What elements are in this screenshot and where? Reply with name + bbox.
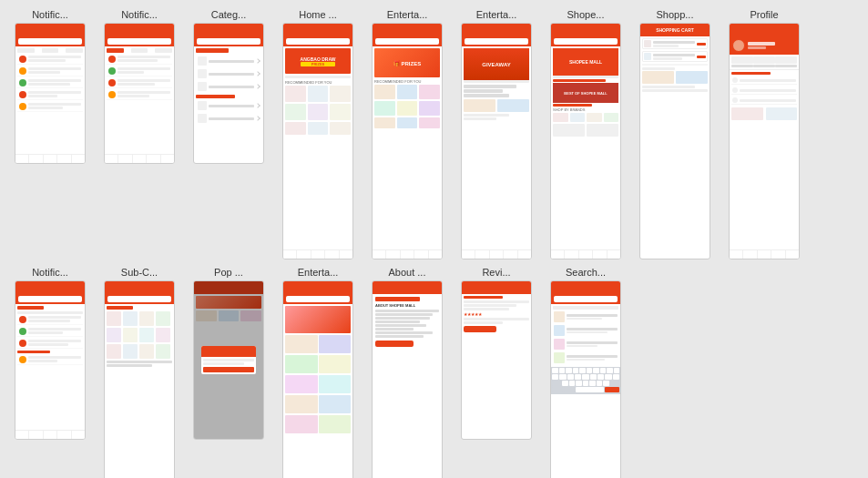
key-x[interactable] [569, 381, 576, 386]
screen-label-shopping-cart: Shopp... [634, 9, 716, 20]
key-shift[interactable] [552, 381, 561, 386]
screen-search: Search... [545, 267, 627, 478]
screen-notif-3: Notific... [9, 267, 91, 440]
key-k[interactable] [605, 374, 611, 380]
key-i[interactable] [600, 368, 607, 373]
key-s[interactable] [559, 374, 566, 380]
key-o[interactable] [607, 368, 613, 373]
giveaway-banner: GIVEAWAY [464, 48, 529, 80]
screen-label-profile: Profile [723, 9, 805, 20]
key-u[interactable] [593, 368, 599, 373]
screen-label-subc: Sub-C... [98, 267, 180, 278]
screen-frame-search[interactable] [550, 280, 621, 478]
key-b[interactable] [589, 381, 596, 386]
key-j[interactable] [597, 374, 604, 380]
key-a[interactable] [552, 374, 558, 380]
key-v[interactable] [583, 381, 589, 386]
key-space[interactable] [576, 387, 605, 392]
screen-label-enterta-1: Enterta... [366, 9, 448, 20]
key-p[interactable] [614, 368, 620, 373]
screen-frame-enterta-2[interactable]: GIVEAWAY [461, 23, 532, 259]
screen-frame-shopping-cart[interactable]: SHOPPING CART [639, 23, 710, 259]
profile-avatar [732, 39, 745, 52]
screen-frame-notif-3[interactable] [15, 280, 86, 440]
key-t[interactable] [579, 368, 586, 373]
key-f[interactable] [575, 374, 581, 380]
key-g[interactable] [582, 374, 588, 380]
key-n[interactable] [597, 381, 603, 386]
angbao-banner: ANGBAO DRAW PRIZES [285, 48, 351, 74]
key-enter[interactable] [605, 387, 619, 392]
screen-frame-shopee-mall-1[interactable]: SHOPEE MALL BEST OF SHOPEE MALL SHOP BY … [550, 23, 621, 259]
popup-box [201, 346, 256, 374]
screen-frame-pop[interactable] [193, 280, 264, 440]
key-lang[interactable] [564, 387, 575, 392]
key-123[interactable] [552, 387, 563, 392]
screen-revi: Revi... ★★★★★ [455, 267, 537, 440]
key-h[interactable] [590, 374, 597, 380]
key-del[interactable] [610, 381, 619, 386]
screen-label-shopee-mall-1: Shope... [545, 9, 627, 20]
screen-enterta-2: Enterta... GIVEAWAY [455, 9, 537, 259]
screen-enterta-1: Enterta... 🎁 PRIZES RECOMMENDED FOR YOU [366, 9, 448, 259]
key-l[interactable] [613, 374, 619, 380]
screen-about: About ... ABOUT SHOPEE MALL [366, 267, 448, 478]
screen-notif-2: Notific... [98, 9, 180, 164]
key-q[interactable] [552, 368, 558, 373]
key-e[interactable] [566, 368, 572, 373]
key-w[interactable] [559, 368, 566, 373]
about-title [375, 297, 420, 301]
screen-subc: Sub-C... [98, 267, 180, 478]
key-c[interactable] [576, 381, 582, 386]
screen-frame-about[interactable]: ABOUT SHOPEE MALL [372, 280, 443, 478]
screen-label-notif-2: Notific... [98, 9, 180, 20]
popup-overlay[interactable] [194, 281, 263, 439]
key-d[interactable] [567, 374, 574, 380]
screen-enterta-3: Enterta... [277, 267, 359, 478]
screen-home: Home ... ANGBAO DRAW PRIZES RECOMMENDED … [277, 9, 359, 259]
screen-frame-notif-2[interactable] [104, 23, 175, 164]
screen-label-notif-3: Notific... [9, 267, 91, 278]
key-m[interactable] [603, 381, 609, 386]
best-of-mall: BEST OF SHOPEE MALL [553, 83, 618, 103]
screen-shopee-mall-1: Shope... SHOPEE MALL BEST OF SHOPEE MALL… [545, 9, 627, 259]
key-y[interactable] [587, 368, 593, 373]
shopee-mall-banner: SHOPEE MALL [553, 48, 618, 76]
screen-frame-enterta-3[interactable] [282, 280, 353, 478]
screen-notif-1: Notific... [9, 9, 91, 164]
screen-shopping-cart: Shopp... SHOPPING CART [634, 9, 716, 259]
key-r[interactable] [573, 368, 579, 373]
screen-frame-categ[interactable] [193, 23, 264, 164]
keyboard[interactable] [551, 367, 620, 394]
screen-frame-home[interactable]: ANGBAO DRAW PRIZES RECOMMENDED FOR YOU [282, 23, 353, 259]
screen-label-about: About ... [366, 267, 448, 278]
screen-frame-subc[interactable] [104, 280, 175, 478]
screen-label-pop: Pop ... [188, 267, 270, 278]
screen-label-search: Search... [545, 267, 627, 278]
key-z[interactable] [562, 381, 568, 386]
screen-frame-revi[interactable]: ★★★★★ [461, 280, 532, 440]
screen-pop: Pop ... [188, 267, 270, 440]
screen-label-home: Home ... [277, 9, 359, 20]
screen-label-enterta-3: Enterta... [277, 267, 359, 278]
screen-label-revi: Revi... [455, 267, 537, 278]
screen-label-notif-1: Notific... [9, 9, 91, 20]
screens-grid: Notific... Notific... [9, 9, 859, 478]
screen-frame-notif-1[interactable] [15, 23, 86, 164]
review-stars: ★★★★★ [464, 311, 529, 317]
screen-frame-profile[interactable] [729, 23, 800, 259]
screen-label-categ: Categ... [188, 9, 270, 20]
screen-profile: Profile [723, 9, 805, 259]
screen-categ: Categ... [188, 9, 270, 164]
screen-frame-enterta-1[interactable]: 🎁 PRIZES RECOMMENDED FOR YOU [372, 23, 443, 259]
screen-label-enterta-2: Enterta... [455, 9, 537, 20]
